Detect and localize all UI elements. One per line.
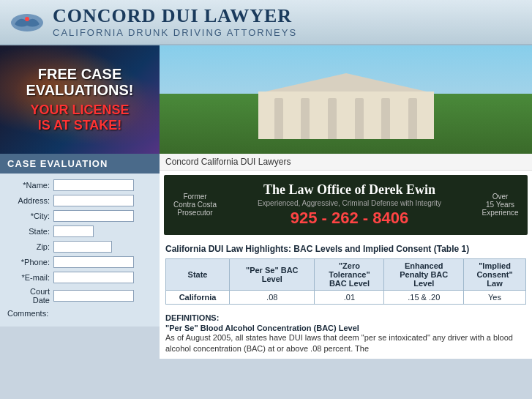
table-title: California DUI Law Highlights: BAC Level… [165, 244, 526, 254]
email-row: *E-mail: [7, 272, 152, 283]
court-photo-bg [160, 45, 532, 154]
cell-per-se: .08 [230, 290, 315, 304]
city-input[interactable] [53, 210, 134, 222]
building [251, 73, 441, 139]
court-row: CourtDate [7, 287, 152, 305]
license-text: YOUR LICENSEIS AT STAKE! [26, 102, 133, 133]
state-label: State: [7, 227, 50, 236]
city-row: *City: [7, 210, 152, 222]
court-label: CourtDate [7, 287, 50, 305]
content-heading: Concord California DUI Lawyers [160, 154, 532, 171]
column-3 [328, 98, 337, 138]
column-1 [274, 98, 283, 138]
prosecutor-label: Prosecutor [171, 209, 219, 217]
site-header: Concord DUI Lawyer California Drunk Driv… [0, 0, 532, 45]
phone-row: *Phone: [7, 256, 152, 268]
zip-label: Zip: [7, 242, 50, 251]
law-banner-center: The Law Office of Derek Ewin Experienced… [225, 182, 474, 228]
sidebar: FREE CASEEVALUATIONS! YOUR LICENSEIS AT … [0, 45, 160, 359]
table-section: California DUI Law Highlights: BAC Level… [160, 239, 532, 309]
law-office-title: The Law Office of Derek Ewin [225, 182, 474, 198]
name-row: *Name: [7, 179, 152, 191]
case-eval-label: CASE EVALUATION [7, 158, 108, 169]
name-label: *Name: [7, 181, 50, 190]
main-content: Concord California DUI Lawyers Former Co… [160, 45, 532, 359]
col-zero-tolerance: "ZeroTolerance"BAC Level [315, 258, 384, 290]
comments-label: Comments: [7, 309, 48, 318]
city-label: *City: [7, 212, 50, 220]
free-case-text: FREE CASEEVALUATIONS! [26, 66, 133, 98]
definitions-title: DEFINITIONS: [165, 313, 526, 322]
column-6 [408, 98, 417, 138]
case-evaluation-form: *Name: Address: *City: State: Zip: *Phon… [0, 174, 160, 327]
building-pediment [266, 73, 427, 92]
definitions-section: DEFINITIONS: "Per Se" Blood Alcohol Conc… [160, 309, 532, 359]
name-input[interactable] [53, 179, 134, 191]
building-body [258, 92, 434, 139]
law-office-subtitle: Experienced, Aggressive, Criminal Defens… [225, 199, 474, 207]
zip-row: Zip: [7, 241, 152, 253]
per-se-subtitle: "Per Se" Blood Alcohol Concentration (BA… [165, 324, 526, 332]
court-photo [160, 45, 532, 154]
column-2 [301, 98, 310, 138]
contra-costa-label: Contra Costa [171, 201, 219, 209]
over-label: Over [480, 193, 520, 201]
law-banner-credentials-right: Over 15 Years Experience [480, 193, 520, 217]
law-office-phone[interactable]: 925 - 262 - 8406 [225, 209, 474, 228]
hero-section: FREE CASEEVALUATIONS! YOUR LICENSEIS AT … [0, 45, 160, 154]
heading-text: Concord California DUI Lawyers [165, 157, 291, 167]
col-implied-consent: "ImpliedConsent"Law [464, 258, 526, 290]
header-titles: Concord DUI Lawyer California Drunk Driv… [53, 6, 297, 38]
table-header-row: State "Per Se" BACLevel "ZeroTolerance"B… [166, 258, 526, 290]
email-input[interactable] [53, 272, 134, 283]
free-case-promo: FREE CASEEVALUATIONS! YOUR LICENSEIS AT … [26, 66, 133, 133]
phone-input[interactable] [53, 256, 134, 268]
experience-label: Experience [480, 209, 520, 217]
logo-map-icon [9, 8, 45, 36]
former-label: Former [171, 193, 219, 201]
years-label: 15 Years [480, 201, 520, 209]
col-enhanced-penalty: EnhancedPenalty BACLevel [384, 258, 464, 290]
email-label: *E-mail: [7, 273, 50, 282]
cell-zero-tolerance: .01 [315, 290, 384, 304]
address-row: Address: [7, 195, 152, 206]
hero-background: FREE CASEEVALUATIONS! YOUR LICENSEIS AT … [0, 45, 160, 154]
columns [258, 92, 434, 139]
per-se-text: As of August 2005, all states have DUI l… [165, 332, 526, 355]
law-banner-credentials-left: Former Contra Costa Prosecutor [171, 193, 219, 217]
case-eval-bar: CASE EVALUATION [0, 154, 160, 174]
cell-implied-consent: Yes [464, 290, 526, 304]
cell-state: California [166, 290, 230, 304]
main-layout: FREE CASEEVALUATIONS! YOUR LICENSEIS AT … [0, 45, 532, 359]
law-banner: Former Contra Costa Prosecutor The Law O… [164, 175, 528, 235]
site-subtitle: California Drunk Driving Attorneys [53, 27, 297, 38]
col-state: State [166, 258, 230, 290]
court-date-input[interactable] [53, 290, 134, 302]
address-label: Address: [7, 196, 50, 205]
col-per-se: "Per Se" BACLevel [230, 258, 315, 290]
bac-table: State "Per Se" BACLevel "ZeroTolerance"B… [165, 258, 526, 305]
comments-row: Comments: [7, 308, 152, 318]
column-5 [381, 98, 390, 138]
zip-input[interactable] [53, 241, 112, 253]
address-input[interactable] [53, 195, 134, 206]
column-4 [355, 98, 364, 138]
phone-label: *Phone: [7, 258, 50, 266]
svg-point-1 [25, 17, 29, 21]
state-input[interactable] [53, 225, 94, 237]
table-row: California .08 .01 .15 & .20 Yes [166, 290, 526, 304]
state-row: State: [7, 225, 152, 237]
site-title: Concord DUI Lawyer [53, 6, 297, 27]
cell-enhanced: .15 & .20 [384, 290, 464, 304]
